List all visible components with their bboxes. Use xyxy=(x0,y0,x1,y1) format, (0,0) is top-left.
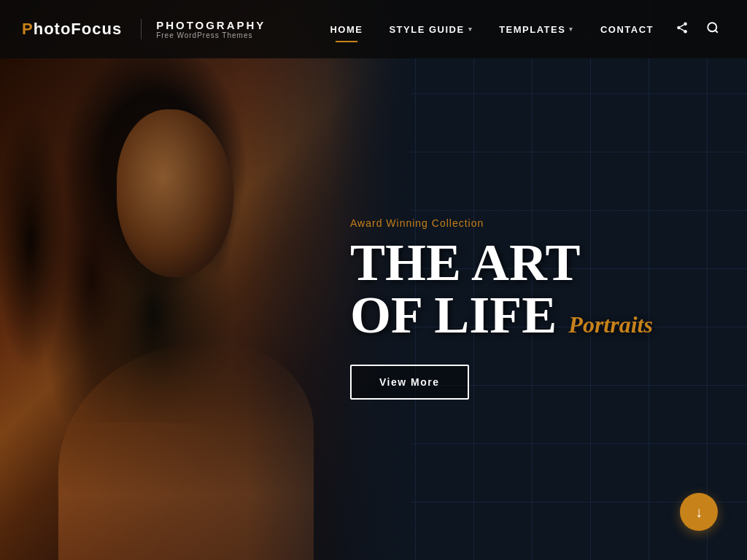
svg-line-6 xyxy=(715,30,717,32)
svg-line-3 xyxy=(680,28,684,31)
main-nav: HOME STYLE GUIDE ▾ TEMPLATES ▾ CONTACT xyxy=(320,14,725,44)
logo-rest: hotoFocus xyxy=(34,20,122,38)
chevron-down-icon: ▾ xyxy=(569,26,574,33)
svg-point-2 xyxy=(684,30,687,34)
portrait-overlay xyxy=(0,0,411,560)
search-icon[interactable] xyxy=(700,14,725,44)
hero-title: THE ART OF LIFE Portraits xyxy=(350,236,653,341)
chevron-down-icon: ▾ xyxy=(468,26,473,33)
site-title: PHOTOGRAPHY xyxy=(156,19,266,31)
site-subtitle: Free WordPress Themes xyxy=(156,31,266,39)
nav-contact[interactable]: CONTACT xyxy=(590,17,664,42)
logo[interactable]: PhotoFocus xyxy=(22,20,122,39)
title-line-1: THE ART xyxy=(350,236,653,289)
hero-text-block: Award Winning Collection THE ART OF LIFE… xyxy=(350,217,653,400)
site-header: PhotoFocus PHOTOGRAPHY Free WordPress Th… xyxy=(0,0,747,58)
site-title-area: PHOTOGRAPHY Free WordPress Themes xyxy=(141,19,266,39)
nav-templates[interactable]: TEMPLATES ▾ xyxy=(489,17,584,42)
arrow-down-icon: ↓ xyxy=(695,505,703,519)
view-more-button[interactable]: View More xyxy=(350,365,469,400)
title-of-life: OF LIFE xyxy=(350,289,557,341)
award-subtitle: Award Winning Collection xyxy=(350,217,653,229)
svg-point-5 xyxy=(708,23,716,31)
svg-line-4 xyxy=(680,25,684,27)
logo-area: PhotoFocus PHOTOGRAPHY Free WordPress Th… xyxy=(22,19,266,39)
nav-home[interactable]: HOME xyxy=(320,17,373,42)
nav-style-guide[interactable]: STYLE GUIDE ▾ xyxy=(379,17,483,42)
title-portraits: Portraits xyxy=(568,313,653,336)
share-icon[interactable] xyxy=(670,14,694,44)
svg-point-1 xyxy=(677,26,681,30)
svg-point-0 xyxy=(684,23,687,26)
title-line-2: OF LIFE Portraits xyxy=(350,289,653,341)
logo-name: PhotoFocus xyxy=(22,20,122,39)
hero-section: Award Winning Collection THE ART OF LIFE… xyxy=(0,0,747,560)
logo-letter-p: P xyxy=(22,20,34,38)
scroll-down-button[interactable]: ↓ xyxy=(680,493,718,531)
